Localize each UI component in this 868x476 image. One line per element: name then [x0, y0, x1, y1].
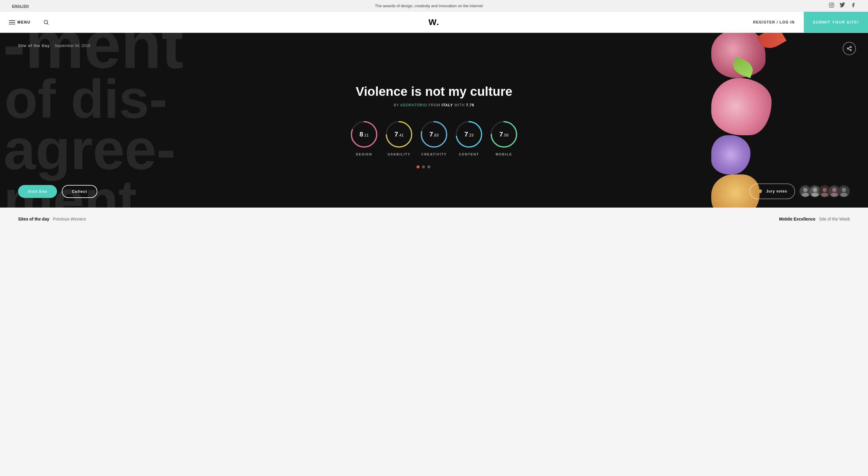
score-main-mobile: 7 — [499, 130, 503, 138]
hero-content: Violence is not my culture BY ADORATORIO… — [344, 84, 524, 156]
score-main-usability: 7 — [395, 130, 398, 138]
score-item-mobile: 7 .50 MOBILE — [489, 119, 519, 156]
site-of-day-text: Site of the Day — [18, 43, 50, 48]
svg-line-4 — [47, 23, 49, 24]
svg-point-1 — [831, 4, 832, 6]
svg-point-27 — [823, 188, 827, 192]
svg-point-3 — [44, 20, 48, 24]
site-of-day-label: Site of the Day September 04, 2019 — [18, 43, 90, 48]
bottom-bar: Sites of the day Previous Winners Mobile… — [0, 208, 868, 230]
score-item-content: 7 .23 CONTENT — [454, 119, 484, 156]
mobile-excellence-label: Mobile Excellence — [779, 217, 815, 221]
hero-bottom: Visit Site Collect ⚜ Jury votes — [18, 184, 850, 199]
dot-3 — [427, 165, 430, 168]
dot-2 — [422, 165, 425, 168]
hamburger-icon — [9, 20, 15, 24]
header: MENU W. REGISTER / LOG IN SUBMIT YOUR SI… — [0, 12, 868, 33]
visit-site-button[interactable]: Visit Site — [18, 185, 57, 198]
hero-buttons: Visit Site Collect — [18, 185, 97, 198]
svg-line-8 — [848, 49, 850, 50]
register-button[interactable]: REGISTER / LOG IN — [744, 20, 804, 24]
menu-button[interactable]: MENU — [9, 20, 30, 24]
svg-point-33 — [842, 188, 846, 192]
svg-point-7 — [850, 50, 851, 51]
score-label-content: CONTENT — [459, 153, 479, 156]
svg-point-2 — [833, 4, 833, 4]
tagline: The awards of design, creativity and inn… — [375, 4, 483, 8]
score-value-design: 8 .11 — [360, 130, 369, 138]
hero-country: ITALY — [441, 103, 453, 107]
hero-title: Violence is not my culture — [344, 84, 524, 99]
top-bar: ENGLISH The awards of design, creativity… — [0, 0, 868, 12]
score-label-design: DESIGN — [356, 153, 372, 156]
score-main-creativity: 7 — [430, 130, 433, 138]
submit-button[interactable]: SUBMIT YOUR SITE! — [804, 12, 868, 33]
score-decimal-creativity: .83 — [433, 133, 438, 137]
score-circle-content: 7 .23 — [454, 119, 484, 150]
svg-point-5 — [850, 46, 851, 48]
menu-label: MENU — [18, 20, 30, 24]
score-value-creativity: 7 .83 — [430, 130, 438, 138]
score-decimal-content: .23 — [468, 133, 473, 137]
share-icon — [846, 46, 852, 51]
sites-of-day-label: Sites of the day — [18, 217, 49, 221]
score-item-usability: 7 .41 USABILITY — [384, 119, 414, 156]
instagram-icon[interactable] — [829, 2, 834, 9]
score-decimal-design: .11 — [363, 133, 369, 137]
dot-indicator — [416, 165, 430, 168]
by-label: BY — [394, 103, 400, 107]
scores-container: 8 .11 DESIGN 7 .41 USABILITY — [344, 119, 524, 156]
jury-avatar-5 — [838, 185, 850, 197]
score-label-usability: USABILITY — [388, 153, 410, 156]
search-icon — [43, 19, 49, 25]
score-item-creativity: 7 .83 CREATIVITY — [419, 119, 449, 156]
score-main-design: 8 — [360, 130, 363, 138]
score-circle-mobile: 7 .50 — [489, 119, 519, 150]
jury-votes-label: Jury votes — [766, 189, 787, 193]
flowers-decoration — [711, 33, 832, 135]
score-decimal-mobile: .50 — [503, 133, 508, 137]
svg-rect-0 — [830, 3, 834, 7]
from-label: FROM — [429, 103, 442, 107]
facebook-icon[interactable] — [850, 2, 856, 9]
dot-1 — [416, 165, 420, 168]
hero-score: 7.76 — [466, 103, 474, 107]
share-button[interactable] — [843, 42, 856, 55]
score-main-content: 7 — [464, 130, 468, 138]
score-value-content: 7 .23 — [464, 130, 473, 138]
laurel-icon: ⚜ — [757, 188, 763, 195]
site-of-day-date: September 04, 2019 — [55, 43, 90, 48]
logo[interactable]: W. — [429, 18, 440, 27]
score-item-design: 8 .11 DESIGN — [349, 119, 379, 156]
svg-point-21 — [803, 188, 807, 192]
jury-section: ⚜ Jury votes — [749, 184, 850, 199]
hero-author[interactable]: ADORATORIO — [400, 103, 427, 107]
svg-line-9 — [848, 47, 850, 48]
jury-avatars — [799, 185, 850, 197]
search-button[interactable] — [40, 16, 52, 28]
svg-point-6 — [847, 48, 849, 50]
score-decimal-usability: .41 — [398, 133, 404, 137]
language-selector[interactable]: ENGLISH — [12, 4, 29, 8]
twitter-icon[interactable] — [840, 2, 845, 9]
site-of-week-link[interactable]: Site of the Week — [819, 217, 850, 221]
svg-point-24 — [813, 188, 817, 192]
with-label: WITH — [454, 103, 466, 107]
header-right: REGISTER / LOG IN SUBMIT YOUR SITE! — [744, 12, 868, 33]
social-icons — [829, 2, 856, 9]
mobile-excellence-nav: Mobile Excellence Site of the Week — [779, 217, 850, 221]
score-label-mobile: MOBILE — [496, 153, 513, 156]
score-circle-design: 8 .11 — [349, 119, 379, 150]
previous-winners-link[interactable]: Previous Winners — [53, 217, 86, 221]
svg-point-30 — [832, 188, 836, 192]
score-value-mobile: 7 .50 — [499, 130, 508, 138]
sites-of-day-nav: Sites of the day Previous Winners — [18, 217, 86, 221]
hero-section: -ment of dis- agree- ment Site of the Da… — [0, 33, 868, 208]
score-label-creativity: CREATIVITY — [421, 153, 447, 156]
hero-byline: BY ADORATORIO FROM ITALY WITH 7.76 — [344, 103, 524, 107]
score-circle-creativity: 7 .83 — [419, 119, 449, 150]
score-value-usability: 7 .41 — [395, 130, 404, 138]
collect-button[interactable]: Collect — [62, 185, 97, 198]
score-circle-usability: 7 .41 — [384, 119, 414, 150]
jury-votes-button[interactable]: ⚜ Jury votes — [749, 184, 795, 199]
